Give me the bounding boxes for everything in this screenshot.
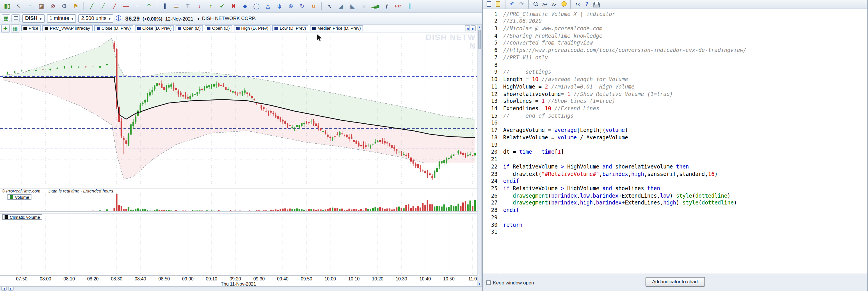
- help-icon[interactable]: ?: [583, 1, 591, 8]
- pan-left-icon[interactable]: ◀: [1, 287, 7, 291]
- legend-item[interactable]: Price: [21, 25, 40, 31]
- ray-tool[interactable]: ╱: [98, 1, 108, 11]
- open-file-icon[interactable]: [494, 1, 502, 8]
- line-number: 8: [485, 62, 497, 69]
- symbol-selector[interactable]: DISH ▾: [22, 14, 44, 23]
- legend-controls: ✚▦: [1, 24, 20, 32]
- info-icon[interactable]: ⓘ: [116, 14, 121, 22]
- legend-item[interactable]: Median Price (D, Prev): [310, 25, 363, 31]
- scrollbar-thumb[interactable]: [478, 30, 481, 49]
- pointer-tool[interactable]: ↖: [13, 1, 24, 11]
- dashed-line-tool[interactable]: ╌: [132, 1, 143, 11]
- legend-item[interactable]: PRC_VWAP intraday: [42, 25, 92, 31]
- new-file-icon[interactable]: [485, 1, 493, 8]
- code-text: showlines = 1 //Show Lines (1=true): [503, 98, 615, 104]
- legend-item[interactable]: Low (D, Prev): [273, 25, 309, 31]
- volume-chart-tool[interactable]: ▂▄▆: [370, 1, 381, 11]
- volume-label: Volume: [15, 194, 29, 199]
- raff-channel-tool[interactable]: Raff: [393, 1, 404, 11]
- x-axis-tick: 08:20: [87, 277, 99, 282]
- area-chart-tool[interactable]: ◢: [336, 1, 346, 11]
- legend-item[interactable]: Close (D, Prev): [94, 25, 133, 31]
- line-number: 30: [485, 221, 497, 228]
- target-tool[interactable]: ⊕: [285, 1, 296, 11]
- polygon-tool[interactable]: ◆: [240, 1, 250, 11]
- cross-tool[interactable]: ✖: [228, 1, 239, 11]
- zigzag-tool[interactable]: ∿: [324, 1, 335, 11]
- triangle-tool[interactable]: △: [262, 1, 273, 11]
- scroll-up-icon[interactable]: ▲: [477, 25, 482, 29]
- fibonacci-tool[interactable]: ☰: [171, 1, 182, 11]
- channel-tool[interactable]: ∥: [404, 1, 415, 11]
- eraser-tool[interactable]: ◪: [36, 1, 47, 11]
- check-tool[interactable]: ✔: [217, 1, 227, 11]
- redo-icon[interactable]: ↷: [518, 1, 526, 8]
- parallel-lines-tool[interactable]: ∥: [159, 1, 170, 11]
- add-indicator-icon[interactable]: ✚: [1, 24, 10, 32]
- code-area[interactable]: 1//PRC_Climatic Volume X | indicator2//3…: [483, 9, 867, 273]
- candlestick-tool[interactable]: ▮▯: [2, 1, 12, 11]
- legend-item[interactable]: Open (D): [205, 25, 232, 31]
- settings-tool[interactable]: ⚙: [59, 1, 70, 11]
- legend-item[interactable]: Open (D): [176, 25, 203, 31]
- undo-icon[interactable]: ↶: [508, 1, 516, 8]
- climatic-legend-chip[interactable]: Climatic volume: [2, 214, 42, 220]
- legend-item[interactable]: High (D, Prev): [234, 25, 271, 31]
- bars-chart-tool[interactable]: ≡: [359, 1, 369, 11]
- legend-label: Open (D): [212, 26, 230, 31]
- climatic-chart-svg[interactable]: [0, 214, 477, 276]
- volume-chart-svg[interactable]: [0, 193, 477, 212]
- pan-right-icon[interactable]: ▶: [8, 287, 14, 291]
- arrow-up-tool[interactable]: ↑: [205, 1, 216, 11]
- add-indicator-to-chart-button[interactable]: Add indicator to chart: [645, 277, 705, 286]
- chart-display-icon[interactable]: ▦: [11, 24, 20, 32]
- price-pane[interactable]: DISH NETW N: [0, 33, 477, 188]
- keep-window-open-checkbox[interactable]: [486, 280, 491, 285]
- price-date: 12-Nov-2021: [165, 16, 193, 22]
- font-decrease-icon[interactable]: A-: [550, 1, 558, 8]
- ellipse-tool[interactable]: ◯: [251, 1, 262, 11]
- indicator-tool[interactable]: ƒ: [381, 1, 392, 11]
- units-selector[interactable]: 2,500 units ▾: [78, 14, 113, 23]
- legend-label: Close (D, Prev): [101, 26, 131, 31]
- keep-window-open-option[interactable]: Keep window open: [486, 280, 534, 285]
- climatic-volume-pane[interactable]: Climatic volume: [0, 213, 477, 276]
- delete-tool[interactable]: ⊘: [48, 1, 58, 11]
- legend-item[interactable]: Close (D, Prev): [135, 25, 174, 31]
- legend-scroll-right-icon[interactable]: ▶: [471, 25, 476, 31]
- segment-tool[interactable]: ╱: [86, 1, 97, 11]
- extended-line-tool[interactable]: ╱: [109, 1, 120, 11]
- pitchfork-tool[interactable]: ψ: [274, 1, 285, 11]
- text-tool[interactable]: T: [182, 1, 193, 11]
- search-icon[interactable]: [532, 1, 540, 8]
- volume-legend-chip[interactable]: Volume: [7, 194, 31, 200]
- vertical-scrollbar[interactable]: ▲ ▼: [477, 25, 482, 286]
- mini-chart-icon[interactable]: ▦: [2, 14, 10, 22]
- code-text: //PRT V11 only: [503, 54, 548, 61]
- line-chart-tool[interactable]: ◣: [347, 1, 358, 11]
- scroll-down-icon[interactable]: ▼: [477, 282, 482, 286]
- code-text: if RelativeVolume > HighVolume and showr…: [503, 163, 689, 170]
- price-chart-svg[interactable]: [0, 33, 477, 188]
- rotation-tool[interactable]: ↻: [297, 1, 308, 11]
- volume-pane[interactable]: Volume: [0, 193, 477, 212]
- arrow-down-tool[interactable]: ↓: [194, 1, 205, 11]
- watchlist-icon[interactable]: ☰: [11, 14, 20, 22]
- hint-icon[interactable]: [559, 1, 567, 8]
- code-line: 18RelativeVolume = volume / AverageVolum…: [485, 134, 628, 141]
- horizontal-line-tool[interactable]: —: [121, 1, 131, 11]
- line-number: 26: [485, 192, 497, 199]
- crosshair-tool[interactable]: +: [25, 1, 35, 11]
- editor-toolbar: ↶↷A+A-ƒx?: [483, 0, 867, 9]
- legend-scroll-left-icon[interactable]: ◀: [465, 25, 470, 31]
- bottom-scrollbar[interactable]: ◀▶: [0, 286, 482, 291]
- arc-tool[interactable]: ◠: [144, 1, 154, 11]
- legend-label: High (D, Prev): [241, 26, 269, 31]
- timeframe-selector[interactable]: 1 minute ▾: [46, 14, 76, 23]
- print-icon[interactable]: [592, 1, 600, 8]
- flag-tool[interactable]: ⚑: [70, 1, 81, 11]
- x-axis-tick: 10:30: [396, 277, 407, 282]
- function-icon[interactable]: ƒx: [574, 1, 582, 8]
- magnet-tool[interactable]: ∪: [308, 1, 319, 11]
- font-increase-icon[interactable]: A+: [541, 1, 549, 8]
